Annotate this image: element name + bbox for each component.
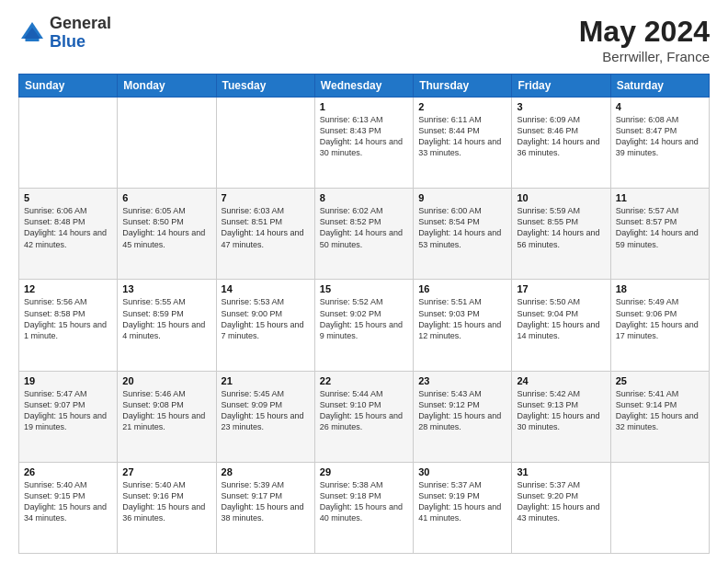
day-info: Sunrise: 6:09 AM Sunset: 8:46 PM Dayligh… (517, 114, 605, 159)
calendar-cell (19, 98, 118, 189)
day-number: 5 (24, 192, 112, 203)
col-thursday: Thursday (414, 75, 512, 98)
calendar-cell: 24Sunrise: 5:42 AM Sunset: 9:13 PM Dayli… (512, 371, 610, 462)
logo-text: General Blue (50, 15, 111, 52)
day-number: 2 (418, 101, 506, 112)
day-number: 28 (222, 466, 310, 477)
day-number: 12 (24, 283, 112, 294)
day-number: 6 (122, 192, 210, 203)
day-number: 11 (616, 192, 704, 203)
logo-general-text: General (50, 15, 111, 33)
day-info: Sunrise: 5:53 AM Sunset: 9:00 PM Dayligh… (222, 296, 310, 341)
day-info: Sunrise: 6:03 AM Sunset: 8:51 PM Dayligh… (222, 205, 310, 250)
calendar-week-row-0: 1Sunrise: 6:13 AM Sunset: 8:43 PM Daylig… (19, 98, 710, 189)
calendar-cell: 7Sunrise: 6:03 AM Sunset: 8:51 PM Daylig… (216, 189, 314, 280)
col-tuesday: Tuesday (216, 75, 314, 98)
day-number: 1 (320, 101, 408, 112)
day-number: 22 (320, 375, 408, 386)
day-info: Sunrise: 6:02 AM Sunset: 8:52 PM Dayligh… (320, 205, 408, 250)
calendar-cell: 17Sunrise: 5:50 AM Sunset: 9:04 PM Dayli… (512, 280, 610, 371)
day-info: Sunrise: 5:39 AM Sunset: 9:17 PM Dayligh… (222, 479, 310, 524)
calendar-cell: 28Sunrise: 5:39 AM Sunset: 9:17 PM Dayli… (216, 462, 314, 553)
calendar-cell: 11Sunrise: 5:57 AM Sunset: 8:57 PM Dayli… (610, 189, 709, 280)
calendar-cell: 30Sunrise: 5:37 AM Sunset: 9:19 PM Dayli… (414, 462, 512, 553)
header: General Blue May 2024 Berrwiller, France (18, 15, 710, 64)
calendar-cell: 3Sunrise: 6:09 AM Sunset: 8:46 PM Daylig… (512, 98, 610, 189)
day-number: 30 (418, 466, 506, 477)
day-info: Sunrise: 5:42 AM Sunset: 9:13 PM Dayligh… (517, 388, 605, 433)
calendar-cell (118, 98, 216, 189)
day-number: 26 (24, 466, 112, 477)
col-sunday: Sunday (19, 75, 118, 98)
day-number: 16 (418, 283, 506, 294)
col-wednesday: Wednesday (314, 75, 413, 98)
title-location: Berrwiller, France (579, 49, 710, 64)
day-number: 20 (122, 375, 210, 386)
calendar-cell: 10Sunrise: 5:59 AM Sunset: 8:55 PM Dayli… (512, 189, 610, 280)
day-info: Sunrise: 5:57 AM Sunset: 8:57 PM Dayligh… (616, 205, 704, 250)
calendar-cell: 29Sunrise: 5:38 AM Sunset: 9:18 PM Dayli… (314, 462, 413, 553)
calendar-cell: 1Sunrise: 6:13 AM Sunset: 8:43 PM Daylig… (314, 98, 413, 189)
calendar-week-row-2: 12Sunrise: 5:56 AM Sunset: 8:58 PM Dayli… (19, 280, 710, 371)
day-number: 23 (418, 375, 506, 386)
day-number: 13 (122, 283, 210, 294)
logo-blue-text: Blue (50, 33, 111, 52)
calendar-week-row-4: 26Sunrise: 5:40 AM Sunset: 9:15 PM Dayli… (19, 462, 710, 553)
calendar-cell: 20Sunrise: 5:46 AM Sunset: 9:08 PM Dayli… (118, 371, 216, 462)
day-info: Sunrise: 5:44 AM Sunset: 9:10 PM Dayligh… (320, 388, 408, 433)
calendar-cell: 19Sunrise: 5:47 AM Sunset: 9:07 PM Dayli… (19, 371, 118, 462)
calendar-cell: 27Sunrise: 5:40 AM Sunset: 9:16 PM Dayli… (118, 462, 216, 553)
day-info: Sunrise: 6:11 AM Sunset: 8:44 PM Dayligh… (418, 114, 506, 159)
day-info: Sunrise: 6:06 AM Sunset: 8:48 PM Dayligh… (24, 205, 112, 250)
day-info: Sunrise: 5:38 AM Sunset: 9:18 PM Dayligh… (320, 479, 408, 524)
day-number: 10 (517, 192, 605, 203)
calendar-cell: 12Sunrise: 5:56 AM Sunset: 8:58 PM Dayli… (19, 280, 118, 371)
day-number: 17 (517, 283, 605, 294)
day-number: 21 (222, 375, 310, 386)
day-number: 8 (320, 192, 408, 203)
day-number: 18 (616, 283, 704, 294)
day-info: Sunrise: 6:00 AM Sunset: 8:54 PM Dayligh… (418, 205, 506, 250)
day-number: 25 (616, 375, 704, 386)
calendar-table: Sunday Monday Tuesday Wednesday Thursday… (18, 74, 710, 554)
calendar-cell: 18Sunrise: 5:49 AM Sunset: 9:06 PM Dayli… (610, 280, 709, 371)
calendar-cell: 22Sunrise: 5:44 AM Sunset: 9:10 PM Dayli… (314, 371, 413, 462)
day-info: Sunrise: 5:43 AM Sunset: 9:12 PM Dayligh… (418, 388, 506, 433)
calendar-cell: 4Sunrise: 6:08 AM Sunset: 8:47 PM Daylig… (610, 98, 709, 189)
day-number: 14 (222, 283, 310, 294)
calendar-cell: 5Sunrise: 6:06 AM Sunset: 8:48 PM Daylig… (19, 189, 118, 280)
col-friday: Friday (512, 75, 610, 98)
day-info: Sunrise: 5:37 AM Sunset: 9:19 PM Dayligh… (418, 479, 506, 524)
calendar-cell: 8Sunrise: 6:02 AM Sunset: 8:52 PM Daylig… (314, 189, 413, 280)
col-saturday: Saturday (610, 75, 709, 98)
day-number: 4 (616, 101, 704, 112)
title-month: May 2024 (579, 15, 710, 49)
day-info: Sunrise: 5:56 AM Sunset: 8:58 PM Dayligh… (24, 296, 112, 341)
day-number: 24 (517, 375, 605, 386)
day-info: Sunrise: 5:37 AM Sunset: 9:20 PM Dayligh… (517, 479, 605, 524)
day-number: 19 (24, 375, 112, 386)
logo: General Blue (18, 15, 111, 52)
calendar-cell: 6Sunrise: 6:05 AM Sunset: 8:50 PM Daylig… (118, 189, 216, 280)
logo-icon (18, 19, 46, 47)
day-info: Sunrise: 5:49 AM Sunset: 9:06 PM Dayligh… (616, 296, 704, 341)
calendar-cell: 25Sunrise: 5:41 AM Sunset: 9:14 PM Dayli… (610, 371, 709, 462)
day-number: 9 (418, 192, 506, 203)
day-info: Sunrise: 5:45 AM Sunset: 9:09 PM Dayligh… (222, 388, 310, 433)
col-monday: Monday (118, 75, 216, 98)
day-info: Sunrise: 5:47 AM Sunset: 9:07 PM Dayligh… (24, 388, 112, 433)
day-number: 31 (517, 466, 605, 477)
calendar-week-row-3: 19Sunrise: 5:47 AM Sunset: 9:07 PM Dayli… (19, 371, 710, 462)
calendar-cell: 23Sunrise: 5:43 AM Sunset: 9:12 PM Dayli… (414, 371, 512, 462)
calendar-header-row: Sunday Monday Tuesday Wednesday Thursday… (19, 75, 710, 98)
day-info: Sunrise: 5:50 AM Sunset: 9:04 PM Dayligh… (517, 296, 605, 341)
calendar-cell: 2Sunrise: 6:11 AM Sunset: 8:44 PM Daylig… (414, 98, 512, 189)
calendar-cell (610, 462, 709, 553)
day-info: Sunrise: 6:05 AM Sunset: 8:50 PM Dayligh… (122, 205, 210, 250)
day-info: Sunrise: 6:08 AM Sunset: 8:47 PM Dayligh… (616, 114, 704, 159)
day-info: Sunrise: 5:51 AM Sunset: 9:03 PM Dayligh… (418, 296, 506, 341)
day-number: 27 (122, 466, 210, 477)
calendar-cell: 9Sunrise: 6:00 AM Sunset: 8:54 PM Daylig… (414, 189, 512, 280)
calendar-cell: 13Sunrise: 5:55 AM Sunset: 8:59 PM Dayli… (118, 280, 216, 371)
calendar-cell: 15Sunrise: 5:52 AM Sunset: 9:02 PM Dayli… (314, 280, 413, 371)
